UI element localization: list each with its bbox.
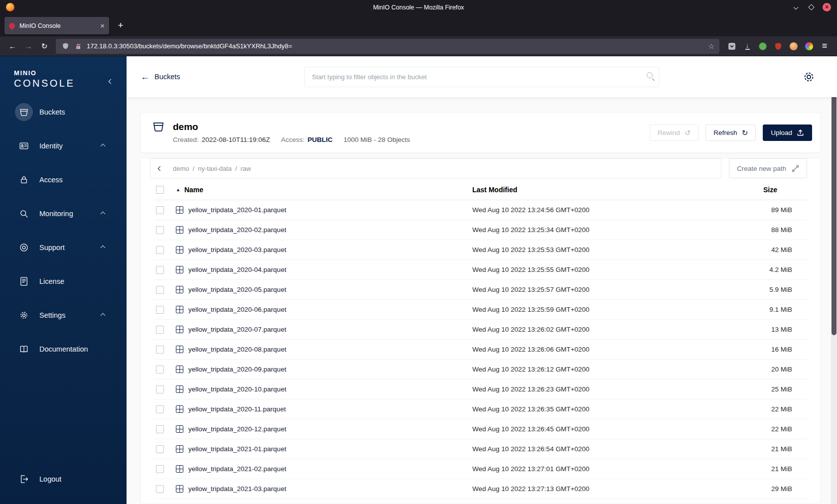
privacy-badger-icon[interactable]: [758, 42, 767, 51]
breadcrumb-segment[interactable]: demo: [173, 165, 189, 172]
object-row[interactable]: yellow_tripdata_2020-06.parquetWed Aug 1…: [154, 300, 807, 320]
sidebar-item-support[interactable]: Support: [0, 231, 127, 264]
sidebar-item-monitoring[interactable]: Monitoring: [0, 197, 127, 231]
sidebar-item-buckets[interactable]: Buckets: [0, 95, 127, 129]
minio-console-app: MINIO CONSOLE Buckets Identity Access: [0, 56, 837, 504]
sidebar-collapse-button[interactable]: [107, 74, 115, 87]
window-minimize-button[interactable]: [792, 3, 800, 11]
container-extension-icon[interactable]: [805, 42, 814, 51]
main-area: ← Buckets demo: [127, 56, 837, 504]
object-row[interactable]: yellow_tripdata_2021-01.parquetWed Aug 1…: [154, 439, 807, 459]
created-label: Created:: [173, 136, 199, 143]
row-checkbox[interactable]: [156, 465, 164, 473]
window-close-button[interactable]: ×: [823, 3, 831, 11]
menu-icon[interactable]: ≡: [820, 42, 829, 51]
browser-forward-button[interactable]: →: [21, 39, 36, 53]
sidebar-item-identity[interactable]: Identity: [0, 129, 127, 163]
row-checkbox[interactable]: [156, 266, 164, 274]
object-size: 9.1 MiB: [763, 306, 807, 313]
object-name[interactable]: yellow_tripdata_2021-01.parquet: [188, 445, 286, 453]
row-checkbox[interactable]: [156, 346, 164, 354]
window-maximize-button[interactable]: [807, 3, 815, 11]
settings-gear-icon[interactable]: [803, 71, 815, 83]
row-checkbox[interactable]: [156, 366, 164, 374]
object-name[interactable]: yellow_tripdata_2021-03.parquet: [188, 485, 286, 493]
refresh-button[interactable]: Refresh ↻: [705, 125, 756, 141]
object-name[interactable]: yellow_tripdata_2021-02.parquet: [188, 465, 286, 473]
object-row[interactable]: yellow_tripdata_2020-09.parquetWed Aug 1…: [154, 360, 807, 379]
pocket-icon[interactable]: [727, 42, 736, 51]
upload-button[interactable]: Upload: [763, 125, 812, 141]
object-row[interactable]: yellow_tripdata_2020-11.parquetWed Aug 1…: [154, 399, 807, 419]
row-checkbox[interactable]: [156, 326, 164, 334]
row-checkbox[interactable]: [156, 286, 164, 294]
row-checkbox[interactable]: [156, 425, 164, 433]
tracking-shield-icon[interactable]: [61, 42, 70, 51]
row-checkbox[interactable]: [156, 445, 164, 453]
row-checkbox[interactable]: [156, 226, 164, 234]
back-to-buckets-link[interactable]: ← Buckets: [140, 72, 180, 81]
column-header-last-modified: Last Modified: [472, 186, 763, 194]
tab-close-icon[interactable]: ×: [96, 21, 105, 30]
object-row[interactable]: yellow_tripdata_2020-03.parquetWed Aug 1…: [154, 240, 807, 260]
browser-tab-minio-console[interactable]: MinIO Console ×: [4, 17, 109, 34]
row-checkbox[interactable]: [156, 485, 164, 493]
object-row[interactable]: yellow_tripdata_2020-01.parquetWed Aug 1…: [154, 200, 807, 220]
parquet-file-icon: [176, 465, 183, 473]
row-checkbox[interactable]: [156, 385, 164, 393]
sidebar-item-documentation[interactable]: Documentation: [0, 332, 127, 366]
sidebar-item-access[interactable]: Access: [0, 163, 127, 197]
insecure-lock-icon[interactable]: [74, 42, 83, 51]
object-name[interactable]: yellow_tripdata_2020-11.parquet: [188, 405, 286, 413]
ublock-origin-icon[interactable]: [774, 42, 783, 51]
object-row[interactable]: yellow_tripdata_2020-10.parquetWed Aug 1…: [154, 379, 807, 399]
object-size: 25 MiB: [763, 385, 807, 393]
path-back-button[interactable]: [158, 167, 162, 170]
object-name[interactable]: yellow_tripdata_2020-12.parquet: [188, 425, 286, 433]
select-all-checkbox[interactable]: [156, 186, 164, 194]
breadcrumb-segment[interactable]: ny-taxi-data: [198, 165, 232, 172]
sidebar-item-license[interactable]: License: [0, 264, 127, 298]
sidebar-item-settings[interactable]: Settings: [0, 298, 127, 332]
bookmark-star-icon[interactable]: ☆: [708, 42, 714, 50]
object-name[interactable]: yellow_tripdata_2020-04.parquet: [188, 266, 286, 273]
profile-avatar-icon[interactable]: [789, 42, 798, 51]
object-name[interactable]: yellow_tripdata_2020-10.parquet: [188, 385, 286, 393]
object-name[interactable]: yellow_tripdata_2020-03.parquet: [188, 246, 286, 253]
row-checkbox[interactable]: [156, 306, 164, 314]
object-row[interactable]: yellow_tripdata_2020-04.parquetWed Aug 1…: [154, 260, 807, 280]
object-row[interactable]: yellow_tripdata_2020-08.parquetWed Aug 1…: [154, 340, 807, 360]
create-path-icon: [792, 165, 799, 172]
new-tab-button[interactable]: +: [113, 18, 128, 33]
breadcrumb-segment[interactable]: raw: [241, 165, 251, 172]
tab-title: MinIO Console: [19, 22, 96, 29]
column-header-name[interactable]: ▲ Name: [176, 186, 472, 194]
object-name[interactable]: yellow_tripdata_2020-09.parquet: [188, 366, 286, 373]
object-name[interactable]: yellow_tripdata_2020-07.parquet: [188, 326, 286, 333]
bucket-icon: [152, 120, 165, 133]
object-name[interactable]: yellow_tripdata_2020-05.parquet: [188, 286, 286, 293]
row-checkbox[interactable]: [156, 246, 164, 254]
browser-back-button[interactable]: ←: [5, 39, 20, 53]
row-checkbox[interactable]: [156, 206, 164, 214]
url-bar[interactable]: 172.18.0.3:30503/buckets/demo/browse/bnk…: [56, 39, 719, 54]
scrollbar-thumb[interactable]: [832, 56, 837, 335]
object-row[interactable]: yellow_tripdata_2020-12.parquetWed Aug 1…: [154, 419, 807, 439]
object-modified: Wed Aug 10 2022 13:26:23 GMT+0200: [472, 385, 763, 393]
object-name[interactable]: yellow_tripdata_2020-02.parquet: [188, 226, 286, 234]
object-row[interactable]: yellow_tripdata_2021-02.parquetWed Aug 1…: [154, 459, 807, 479]
create-new-path-button[interactable]: Create new path: [729, 158, 807, 178]
row-checkbox[interactable]: [156, 405, 164, 413]
object-row[interactable]: yellow_tripdata_2020-02.parquetWed Aug 1…: [154, 220, 807, 240]
browser-reload-button[interactable]: ↻: [37, 39, 52, 53]
downloads-icon[interactable]: ↓: [743, 42, 752, 51]
object-name[interactable]: yellow_tripdata_2020-01.parquet: [188, 206, 286, 214]
object-filter-input[interactable]: [304, 67, 659, 87]
object-row[interactable]: yellow_tripdata_2021-03.parquetWed Aug 1…: [154, 479, 807, 499]
object-name[interactable]: yellow_tripdata_2020-06.parquet: [188, 306, 286, 313]
url-text: 172.18.0.3:30503/buckets/demo/browse/bnk…: [87, 42, 704, 50]
object-name[interactable]: yellow_tripdata_2020-08.parquet: [188, 346, 286, 353]
object-row[interactable]: yellow_tripdata_2020-07.parquetWed Aug 1…: [154, 320, 807, 340]
object-row[interactable]: yellow_tripdata_2020-05.parquetWed Aug 1…: [154, 280, 807, 300]
sidebar-item-logout[interactable]: Logout: [0, 462, 127, 496]
